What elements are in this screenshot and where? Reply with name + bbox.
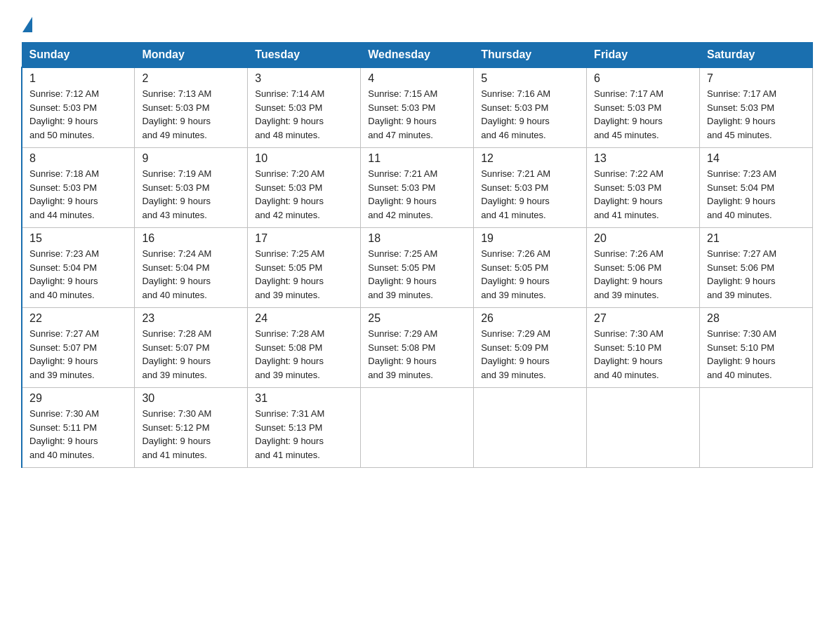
day-number: 30 — [142, 392, 240, 405]
day-info: Sunrise: 7:27 AMSunset: 5:06 PMDaylight:… — [707, 248, 776, 300]
day-number: 31 — [255, 392, 353, 405]
day-info: Sunrise: 7:17 AMSunset: 5:03 PMDaylight:… — [594, 88, 663, 140]
day-info: Sunrise: 7:31 AMSunset: 5:13 PMDaylight:… — [255, 408, 324, 460]
table-row: 14 Sunrise: 7:23 AMSunset: 5:04 PMDaylig… — [700, 148, 813, 228]
week-row-2: 8 Sunrise: 7:18 AMSunset: 5:03 PMDayligh… — [22, 148, 813, 228]
week-row-4: 22 Sunrise: 7:27 AMSunset: 5:07 PMDaylig… — [22, 308, 813, 388]
table-row: 19 Sunrise: 7:26 AMSunset: 5:05 PMDaylig… — [474, 228, 587, 308]
day-number: 26 — [481, 312, 579, 325]
day-info: Sunrise: 7:15 AMSunset: 5:03 PMDaylight:… — [368, 88, 437, 140]
day-info: Sunrise: 7:19 AMSunset: 5:03 PMDaylight:… — [142, 168, 211, 220]
table-row: 21 Sunrise: 7:27 AMSunset: 5:06 PMDaylig… — [700, 228, 813, 308]
header-cell-thursday: Thursday — [474, 43, 587, 68]
header-cell-wednesday: Wednesday — [361, 43, 474, 68]
table-row: 9 Sunrise: 7:19 AMSunset: 5:03 PMDayligh… — [135, 148, 248, 228]
header-cell-sunday: Sunday — [22, 43, 135, 68]
table-row: 23 Sunrise: 7:28 AMSunset: 5:07 PMDaylig… — [135, 308, 248, 388]
day-number: 9 — [142, 152, 240, 165]
table-row — [361, 388, 474, 468]
table-row — [474, 388, 587, 468]
table-row: 22 Sunrise: 7:27 AMSunset: 5:07 PMDaylig… — [22, 308, 135, 388]
day-info: Sunrise: 7:22 AMSunset: 5:03 PMDaylight:… — [594, 168, 663, 220]
table-row: 29 Sunrise: 7:30 AMSunset: 5:11 PMDaylig… — [22, 388, 135, 468]
day-info: Sunrise: 7:30 AMSunset: 5:11 PMDaylight:… — [29, 408, 99, 460]
day-info: Sunrise: 7:12 AMSunset: 5:03 PMDaylight:… — [29, 88, 99, 140]
day-number: 1 — [29, 72, 127, 85]
table-row: 17 Sunrise: 7:25 AMSunset: 5:05 PMDaylig… — [248, 228, 361, 308]
table-row: 16 Sunrise: 7:24 AMSunset: 5:04 PMDaylig… — [135, 228, 248, 308]
logo — [21, 20, 32, 29]
table-row: 25 Sunrise: 7:29 AMSunset: 5:08 PMDaylig… — [361, 308, 474, 388]
table-row: 5 Sunrise: 7:16 AMSunset: 5:03 PMDayligh… — [474, 67, 587, 148]
day-info: Sunrise: 7:18 AMSunset: 5:03 PMDaylight:… — [29, 168, 99, 220]
table-row: 20 Sunrise: 7:26 AMSunset: 5:06 PMDaylig… — [587, 228, 700, 308]
day-number: 16 — [142, 232, 240, 245]
table-row: 6 Sunrise: 7:17 AMSunset: 5:03 PMDayligh… — [587, 67, 700, 148]
day-number: 18 — [368, 232, 466, 245]
day-info: Sunrise: 7:25 AMSunset: 5:05 PMDaylight:… — [255, 248, 324, 300]
day-number: 4 — [368, 72, 466, 85]
day-info: Sunrise: 7:30 AMSunset: 5:10 PMDaylight:… — [707, 328, 776, 380]
day-number: 14 — [707, 152, 805, 165]
calendar-table: SundayMondayTuesdayWednesdayThursdayFrid… — [21, 42, 813, 468]
day-info: Sunrise: 7:30 AMSunset: 5:12 PMDaylight:… — [142, 408, 211, 460]
day-info: Sunrise: 7:26 AMSunset: 5:06 PMDaylight:… — [594, 248, 663, 300]
table-row: 7 Sunrise: 7:17 AMSunset: 5:03 PMDayligh… — [700, 67, 813, 148]
day-info: Sunrise: 7:24 AMSunset: 5:04 PMDaylight:… — [142, 248, 211, 300]
day-number: 19 — [481, 232, 579, 245]
day-info: Sunrise: 7:21 AMSunset: 5:03 PMDaylight:… — [368, 168, 437, 220]
table-row: 30 Sunrise: 7:30 AMSunset: 5:12 PMDaylig… — [135, 388, 248, 468]
day-info: Sunrise: 7:23 AMSunset: 5:04 PMDaylight:… — [29, 248, 99, 300]
table-row: 1 Sunrise: 7:12 AMSunset: 5:03 PMDayligh… — [22, 67, 135, 148]
day-number: 11 — [368, 152, 466, 165]
day-number: 2 — [142, 72, 240, 85]
day-info: Sunrise: 7:29 AMSunset: 5:09 PMDaylight:… — [481, 328, 550, 380]
day-info: Sunrise: 7:23 AMSunset: 5:04 PMDaylight:… — [707, 168, 776, 220]
table-row: 28 Sunrise: 7:30 AMSunset: 5:10 PMDaylig… — [700, 308, 813, 388]
day-info: Sunrise: 7:28 AMSunset: 5:08 PMDaylight:… — [255, 328, 324, 380]
day-number: 27 — [594, 312, 692, 325]
header-cell-tuesday: Tuesday — [248, 43, 361, 68]
day-number: 25 — [368, 312, 466, 325]
table-row: 13 Sunrise: 7:22 AMSunset: 5:03 PMDaylig… — [587, 148, 700, 228]
header — [21, 14, 813, 29]
day-info: Sunrise: 7:27 AMSunset: 5:07 PMDaylight:… — [29, 328, 99, 380]
day-number: 17 — [255, 232, 353, 245]
table-row: 18 Sunrise: 7:25 AMSunset: 5:05 PMDaylig… — [361, 228, 474, 308]
table-row — [700, 388, 813, 468]
day-info: Sunrise: 7:20 AMSunset: 5:03 PMDaylight:… — [255, 168, 324, 220]
table-row: 26 Sunrise: 7:29 AMSunset: 5:09 PMDaylig… — [474, 308, 587, 388]
day-info: Sunrise: 7:13 AMSunset: 5:03 PMDaylight:… — [142, 88, 211, 140]
day-number: 6 — [594, 72, 692, 85]
header-row: SundayMondayTuesdayWednesdayThursdayFrid… — [22, 43, 813, 68]
table-row: 10 Sunrise: 7:20 AMSunset: 5:03 PMDaylig… — [248, 148, 361, 228]
table-row: 8 Sunrise: 7:18 AMSunset: 5:03 PMDayligh… — [22, 148, 135, 228]
table-row: 12 Sunrise: 7:21 AMSunset: 5:03 PMDaylig… — [474, 148, 587, 228]
table-row: 2 Sunrise: 7:13 AMSunset: 5:03 PMDayligh… — [135, 67, 248, 148]
day-number: 20 — [594, 232, 692, 245]
day-number: 8 — [29, 152, 127, 165]
table-row: 24 Sunrise: 7:28 AMSunset: 5:08 PMDaylig… — [248, 308, 361, 388]
day-info: Sunrise: 7:17 AMSunset: 5:03 PMDaylight:… — [707, 88, 776, 140]
day-number: 15 — [29, 232, 127, 245]
week-row-3: 15 Sunrise: 7:23 AMSunset: 5:04 PMDaylig… — [22, 228, 813, 308]
logo-triangle-icon — [22, 17, 32, 32]
table-row: 27 Sunrise: 7:30 AMSunset: 5:10 PMDaylig… — [587, 308, 700, 388]
table-row — [587, 388, 700, 468]
day-number: 21 — [707, 232, 805, 245]
header-cell-friday: Friday — [587, 43, 700, 68]
day-info: Sunrise: 7:26 AMSunset: 5:05 PMDaylight:… — [481, 248, 550, 300]
table-row: 11 Sunrise: 7:21 AMSunset: 5:03 PMDaylig… — [361, 148, 474, 228]
week-row-5: 29 Sunrise: 7:30 AMSunset: 5:11 PMDaylig… — [22, 388, 813, 468]
table-row: 15 Sunrise: 7:23 AMSunset: 5:04 PMDaylig… — [22, 228, 135, 308]
day-info: Sunrise: 7:25 AMSunset: 5:05 PMDaylight:… — [368, 248, 437, 300]
day-number: 13 — [594, 152, 692, 165]
day-number: 3 — [255, 72, 353, 85]
day-number: 12 — [481, 152, 579, 165]
week-row-1: 1 Sunrise: 7:12 AMSunset: 5:03 PMDayligh… — [22, 67, 813, 148]
day-number: 22 — [29, 312, 127, 325]
table-row: 4 Sunrise: 7:15 AMSunset: 5:03 PMDayligh… — [361, 67, 474, 148]
day-number: 24 — [255, 312, 353, 325]
day-number: 10 — [255, 152, 353, 165]
day-info: Sunrise: 7:21 AMSunset: 5:03 PMDaylight:… — [481, 168, 550, 220]
